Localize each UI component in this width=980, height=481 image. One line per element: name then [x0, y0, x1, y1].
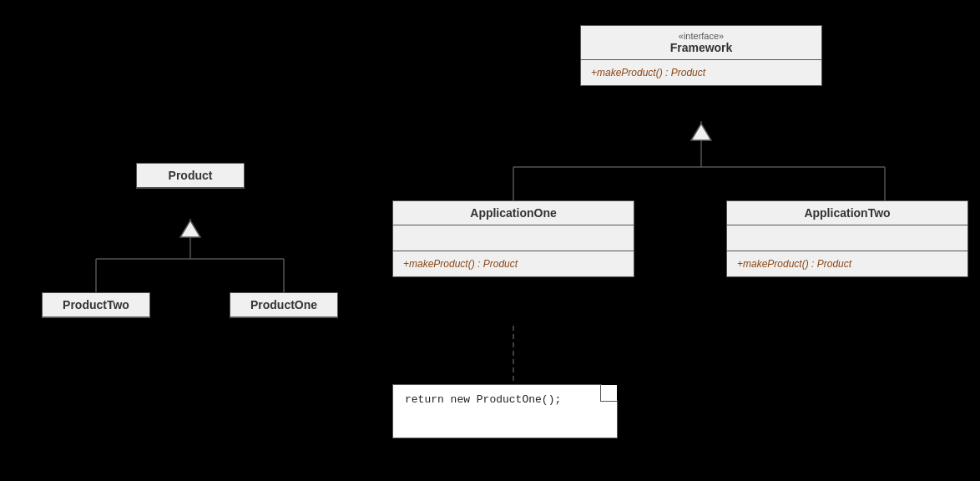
app-one-method: +makeProduct() : Product	[393, 251, 634, 276]
product-two-classname: ProductTwo	[51, 298, 141, 311]
svg-marker-4	[691, 124, 711, 140]
framework-stereotype: «interface»	[589, 31, 813, 41]
product-two-header: ProductTwo	[43, 293, 149, 317]
framework-class-box: «interface» Framework +makeProduct() : P…	[580, 25, 822, 86]
app-one-classname: ApplicationOne	[402, 206, 625, 220]
product-one-class-box: ProductOne	[230, 292, 338, 318]
note-text: return new ProductOne();	[405, 393, 561, 406]
app-two-header: ApplicationTwo	[727, 201, 967, 225]
product-classname: Product	[145, 169, 235, 182]
product-one-classname: ProductOne	[239, 298, 329, 311]
app-two-method: +makeProduct() : Product	[727, 251, 967, 276]
product-one-header: ProductOne	[230, 293, 337, 317]
note-dogear	[600, 385, 617, 402]
app-two-classname: ApplicationTwo	[735, 206, 959, 220]
product-two-class-box: ProductTwo	[42, 292, 150, 318]
application-two-class-box: ApplicationTwo +makeProduct() : Product	[726, 200, 968, 277]
app-two-empty-section	[727, 225, 967, 251]
diagram-canvas: «interface» Framework +makeProduct() : P…	[0, 0, 980, 481]
application-one-class-box: ApplicationOne +makeProduct() : Product	[392, 200, 634, 277]
note-container: return new ProductOne();	[392, 384, 618, 438]
framework-method: +makeProduct() : Product	[581, 60, 821, 85]
app-one-empty-section	[393, 225, 634, 251]
product-class-box: Product	[136, 163, 245, 189]
framework-classname: Framework	[589, 41, 813, 54]
framework-header: «interface» Framework	[581, 26, 821, 60]
app-one-header: ApplicationOne	[393, 201, 634, 225]
note-box: return new ProductOne();	[392, 384, 618, 438]
svg-marker-6	[180, 220, 200, 237]
product-header: Product	[137, 164, 244, 188]
